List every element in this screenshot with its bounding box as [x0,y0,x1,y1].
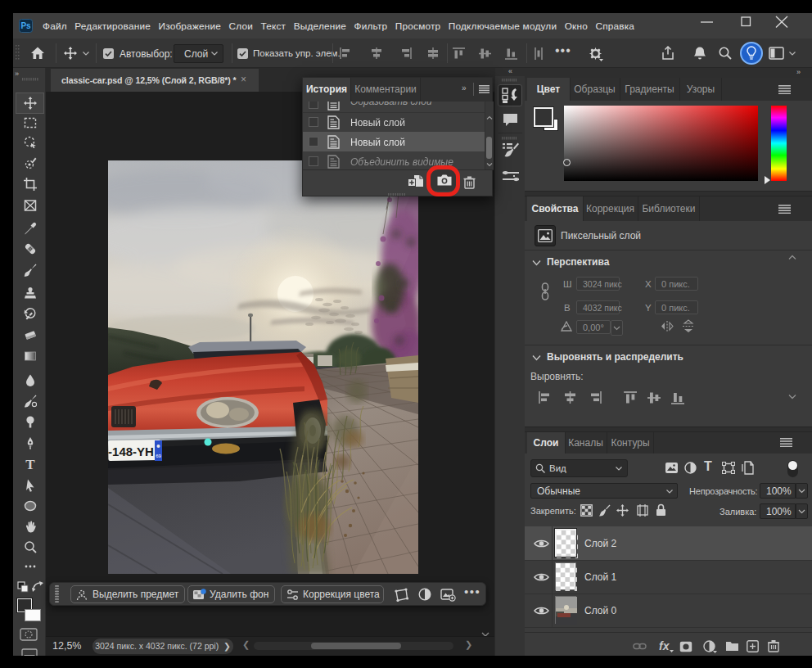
svg-text:-148-YH: -148-YH [108,445,154,458]
svg-text:69: 69 [156,454,161,458]
svg-text:T: T [25,458,35,471]
